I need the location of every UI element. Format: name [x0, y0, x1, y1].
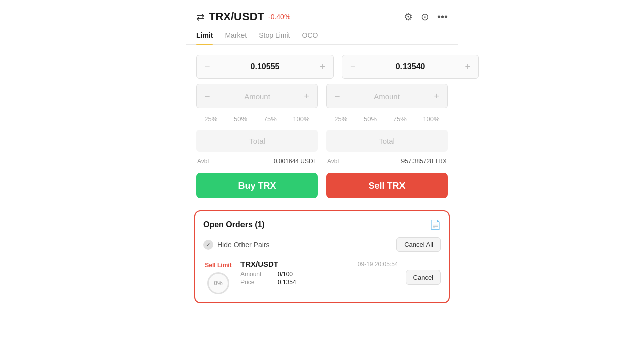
order-info-price-row: Price 0.1354	[240, 279, 398, 286]
order-progress-circle: 0%	[207, 272, 229, 294]
buy-amount-decrement[interactable]: −	[203, 92, 212, 101]
sell-price-input[interactable]: − +	[342, 55, 479, 79]
sell-avbl-label: Avbl	[327, 158, 339, 165]
order-item: Sell Limit 0% TRX/USDT 09-19 20:05:54 Am…	[203, 260, 441, 294]
orders-header: Open Orders (1) 📄	[203, 219, 441, 230]
sell-pct-50[interactable]: 50%	[363, 113, 378, 125]
sell-avbl-amount: 957.385728 TRX	[401, 158, 447, 165]
buy-total: Total	[196, 130, 318, 152]
sell-amount-input[interactable]: − Amount +	[326, 84, 448, 108]
trading-form: − + − + − Amount + − Amount +	[186, 55, 458, 198]
buy-pct-100[interactable]: 100%	[292, 113, 310, 125]
buy-price-increment[interactable]: +	[318, 62, 328, 71]
sell-pct-25[interactable]: 25%	[333, 113, 348, 125]
order-info-amount-row: Amount 0/100	[240, 270, 398, 278]
tab-market[interactable]: Market	[225, 31, 247, 44]
buy-avbl-label: Avbl	[197, 158, 209, 165]
order-details: TRX/USDT 09-19 20:05:54 Amount 0/100 Pri…	[240, 260, 398, 287]
order-price-value: 0.1354	[278, 279, 296, 286]
account-icon[interactable]: ⊙	[421, 11, 429, 23]
total-row: Total Total	[196, 130, 448, 152]
orders-filter-row: ✓ Hide Other Pairs Cancel All	[203, 237, 441, 252]
sell-pct-75[interactable]: 75%	[392, 113, 408, 125]
order-amount-value: 0/100	[278, 270, 293, 278]
sell-pct-group: 25% 50% 75% 100%	[326, 113, 448, 125]
sell-amount-placeholder: Amount	[342, 92, 432, 101]
avbl-row: Avbl 0.001644 USDT Avbl 957.385728 TRX	[196, 158, 448, 165]
buy-amount-placeholder: Amount	[212, 92, 302, 101]
open-orders-panel: Open Orders (1) 📄 ✓ Hide Other Pairs Can…	[194, 210, 450, 303]
cancel-all-button[interactable]: Cancel All	[396, 237, 441, 252]
buy-amount-input[interactable]: − Amount +	[196, 84, 318, 108]
sell-button[interactable]: Sell TRX	[326, 173, 448, 198]
sell-avbl: Avbl 957.385728 TRX	[326, 158, 448, 165]
sell-pct-100[interactable]: 100%	[422, 113, 440, 125]
sell-amount-decrement[interactable]: −	[333, 92, 342, 101]
sell-total-placeholder: Total	[379, 137, 395, 145]
buy-avbl: Avbl 0.001644 USDT	[196, 158, 318, 165]
tab-oco[interactable]: OCO	[302, 31, 318, 44]
order-amount-label: Amount	[240, 270, 266, 278]
hide-pairs-label: Hide Other Pairs	[217, 241, 269, 249]
order-price-label: Price	[240, 279, 266, 286]
buy-pct-75[interactable]: 75%	[263, 113, 278, 125]
sell-price-decrement[interactable]: −	[348, 62, 358, 71]
orders-title: Open Orders (1)	[203, 220, 265, 229]
doc-icon[interactable]: 📄	[430, 219, 441, 230]
price-row: − + − +	[196, 55, 448, 79]
percentage-row: 25% 50% 75% 100% 25% 50% 75% 100%	[196, 113, 448, 125]
buy-price-input[interactable]: − +	[196, 55, 334, 79]
sell-total: Total	[326, 130, 448, 152]
buy-price-value[interactable]	[212, 62, 318, 71]
header: ⇄ TRX/USDT -0.40% ⚙ ⊙ •••	[186, 5, 458, 31]
more-icon[interactable]: •••	[437, 11, 448, 23]
header-right: ⚙ ⊙ •••	[404, 11, 448, 23]
order-left: Sell Limit 0%	[203, 260, 233, 294]
check-icon: ✓	[203, 240, 213, 250]
pair-name: TRX/USDT	[209, 10, 264, 23]
amount-row: − Amount + − Amount +	[196, 84, 448, 108]
order-pair: TRX/USDT	[240, 260, 278, 268]
order-time: 09-19 20:05:54	[358, 261, 398, 268]
order-progress-value: 0%	[214, 280, 222, 287]
hide-other-pairs[interactable]: ✓ Hide Other Pairs	[203, 240, 269, 250]
sell-price-value[interactable]	[358, 62, 463, 71]
buy-price-decrement[interactable]: −	[203, 62, 212, 71]
buy-total-placeholder: Total	[249, 137, 265, 145]
pair-change: -0.40%	[268, 13, 290, 21]
pair-icon: ⇄	[196, 11, 205, 23]
buy-button[interactable]: Buy TRX	[196, 173, 318, 198]
order-pair-row: TRX/USDT 09-19 20:05:54	[240, 260, 398, 268]
buy-pct-group: 25% 50% 75% 100%	[196, 113, 318, 125]
settings-icon[interactable]: ⚙	[404, 11, 413, 23]
buy-avbl-amount: 0.001644 USDT	[274, 158, 317, 165]
tab-stop-limit[interactable]: Stop Limit	[259, 31, 290, 44]
header-left: ⇄ TRX/USDT -0.40%	[196, 10, 290, 23]
sell-amount-increment[interactable]: +	[432, 92, 441, 101]
action-row: Buy TRX Sell TRX	[196, 173, 448, 198]
sell-price-increment[interactable]: +	[463, 62, 473, 71]
buy-pct-50[interactable]: 50%	[233, 113, 248, 125]
tab-limit[interactable]: Limit	[196, 31, 213, 44]
order-type-label: Sell Limit	[205, 262, 231, 269]
order-cancel-button[interactable]: Cancel	[406, 270, 441, 285]
buy-pct-25[interactable]: 25%	[203, 113, 218, 125]
tabs: Limit Market Stop Limit OCO	[186, 31, 458, 45]
buy-amount-increment[interactable]: +	[302, 92, 311, 101]
